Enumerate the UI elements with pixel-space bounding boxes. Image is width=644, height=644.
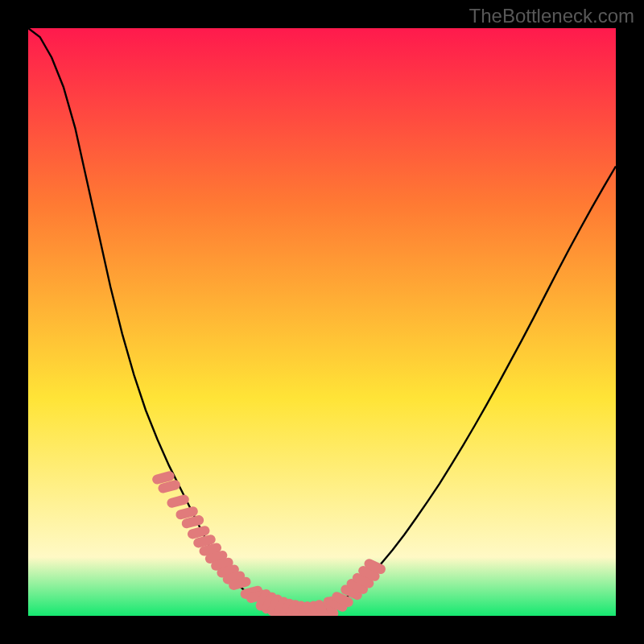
chart-curve [28,28,616,616]
plot-area [28,28,616,616]
curve-marker [166,493,190,509]
bottleneck-curve [28,28,616,615]
stage: TheBottleneck.com [0,0,644,644]
watermark-text: TheBottleneck.com [469,5,634,27]
curve-markers [151,470,387,616]
